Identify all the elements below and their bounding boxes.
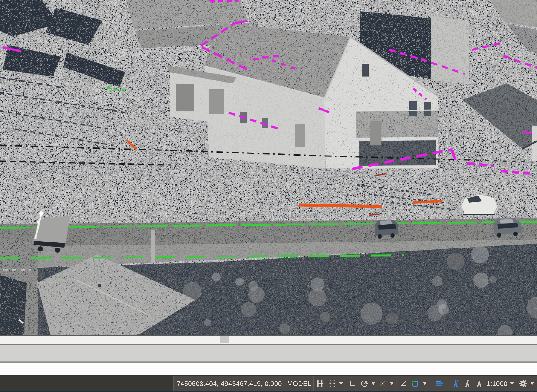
chevron-down-icon: [530, 382, 534, 385]
chevron-down-icon: [372, 382, 375, 385]
panel-divider: [0, 361, 537, 363]
ortho-mode-icon: [348, 379, 357, 388]
object-snap-icon: [411, 379, 420, 388]
annotation-autoscale-icon: [463, 379, 472, 388]
coordinates-display[interactable]: 7450608.404, 4943467.419, 0.000: [173, 376, 285, 391]
chevron-down-icon: [390, 382, 393, 385]
chevron-down-icon: [339, 382, 343, 385]
coordinates-value: 7450608.404, 4943467.419, 0.000: [177, 380, 282, 387]
grid-display-icon: [327, 379, 336, 388]
snap-grid-icon: [315, 379, 324, 388]
polar-tracking-icon: [360, 379, 369, 388]
annotation-scale-value: 1:1000: [486, 380, 508, 387]
drafting-modes-group[interactable]: [345, 376, 397, 391]
status-bar: 7450608.404, 4943467.419, 0.000 MODEL: [0, 375, 537, 391]
chevron-down-icon: [510, 382, 514, 385]
annotation-scale-icon: [475, 379, 484, 388]
pointcloud-viewport[interactable]: [0, 0, 537, 335]
scrollbar-thumb[interactable]: [220, 336, 229, 343]
isodraft-icon: [378, 379, 387, 388]
grid-settings-group[interactable]: [313, 376, 345, 391]
lineweight-toggle[interactable]: [429, 376, 450, 391]
window-edge-strip: [0, 391, 537, 392]
lineweight-icon: [435, 379, 444, 388]
annotation-visibility-icon: [451, 379, 460, 388]
drawing-area: [0, 0, 537, 335]
annotation-scale-group[interactable]: 1:1000: [450, 376, 515, 391]
command-input-panel[interactable]: [0, 363, 537, 375]
workspace-gear-icon: [519, 379, 528, 388]
command-history-panel: [0, 345, 537, 361]
object-snap-group[interactable]: [397, 376, 429, 391]
horizontal-scrollbar[interactable]: [0, 335, 537, 344]
model-space-button[interactable]: MODEL: [285, 376, 313, 391]
model-label: MODEL: [287, 380, 311, 387]
cad-application-window: 7450608.404, 4943467.419, 0.000 MODEL: [0, 0, 537, 392]
status-bar-empty-area: [0, 376, 173, 391]
workspace-switcher[interactable]: [515, 376, 537, 391]
object-snap-tracking-icon: [399, 379, 408, 388]
panel-divider: [0, 344, 537, 345]
chevron-down-icon: [423, 382, 426, 385]
